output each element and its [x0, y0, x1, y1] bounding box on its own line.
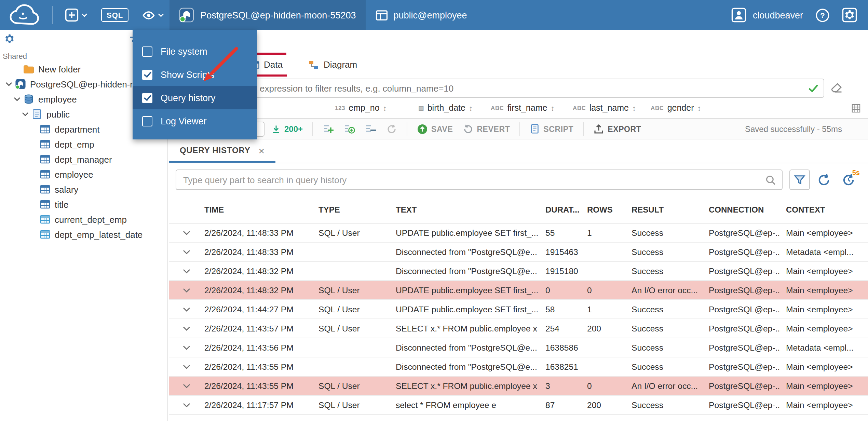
- row-expander-icon[interactable]: [169, 287, 199, 293]
- query-history-row[interactable]: 2/26/2024, 11:43:57 PM SQL / User SELECT…: [169, 319, 868, 338]
- new-connection-button[interactable]: [59, 0, 93, 30]
- query-history-row[interactable]: 2/26/2024, 11:48:33 PM SQL / User UPDATE…: [169, 223, 868, 243]
- query-history-row[interactable]: 2/26/2024, 11:43:55 PM Disconnected from…: [169, 357, 868, 377]
- script-button[interactable]: SCRIPT: [527, 124, 576, 134]
- check-box-icon[interactable]: [142, 69, 152, 80]
- query-history-row[interactable]: 2/26/2024, 11:43:55 PM SQL / User SELECT…: [169, 377, 868, 396]
- active-connection-button[interactable]: PostgreSQL@ep-hidden-moon-55203: [169, 0, 365, 30]
- row-expander-icon[interactable]: [169, 402, 199, 408]
- view-menu-item[interactable]: File system: [133, 40, 257, 63]
- tab-query-history[interactable]: QUERY HISTORY ×: [169, 139, 276, 163]
- grid-column-header[interactable]: 123 emp_no ↕: [335, 103, 387, 113]
- tree-expander-icon[interactable]: [29, 230, 38, 239]
- delete-row-button[interactable]: [362, 123, 379, 135]
- fetch-more-button[interactable]: 200+: [269, 124, 306, 134]
- query-history-row[interactable]: 2/26/2024, 11:48:32 PM SQL / User UPDATE…: [169, 281, 868, 300]
- grid-column-header[interactable]: ABC last_name ↕: [573, 103, 636, 113]
- history-column-header[interactable]: CONTEXT: [781, 205, 868, 214]
- tree-expander-icon[interactable]: [12, 94, 22, 104]
- sort-icon[interactable]: ↕: [469, 104, 473, 112]
- query-history-search-input[interactable]: [176, 169, 783, 190]
- row-expander-icon[interactable]: [169, 268, 199, 274]
- view-menu-item[interactable]: Show Scripts: [133, 63, 257, 86]
- schema-name: public@employee: [393, 10, 467, 20]
- tree-expander-icon[interactable]: [29, 185, 38, 194]
- query-history-row[interactable]: 2/26/2024, 11:43:56 PM Disconnected from…: [169, 338, 868, 357]
- query-history-rows: 2/26/2024, 11:48:33 PM SQL / User UPDATE…: [169, 223, 868, 421]
- save-button[interactable]: SAVE: [414, 123, 456, 134]
- sql-editor-button[interactable]: SQL: [101, 8, 128, 22]
- schema-selector-button[interactable]: public@employee: [365, 0, 476, 30]
- query-history-row[interactable]: 2/26/2024, 11:48:33 PM Disconnected from…: [169, 243, 868, 262]
- help-button[interactable]: ?: [815, 8, 830, 22]
- export-button[interactable]: EXPORT: [591, 123, 644, 134]
- tree-expander-icon[interactable]: [29, 215, 38, 224]
- tree-expander-icon[interactable]: [4, 79, 14, 89]
- sort-icon[interactable]: ↕: [383, 104, 387, 112]
- clear-filter-icon[interactable]: [830, 81, 843, 95]
- tree-item[interactable]: dept_emp_latest_date: [0, 227, 167, 242]
- check-box-icon[interactable]: [142, 93, 152, 103]
- check-box-icon[interactable]: [142, 116, 152, 126]
- tree-item[interactable]: employee: [0, 167, 167, 182]
- revert-label: REVERT: [477, 125, 510, 133]
- row-expander-icon[interactable]: [169, 307, 199, 312]
- tree-expander-icon[interactable]: [12, 64, 22, 74]
- result-filter-input[interactable]: [173, 79, 824, 98]
- tab-diagram[interactable]: Diagram: [304, 55, 362, 77]
- tree-item[interactable]: title: [0, 197, 167, 212]
- save-status-text: Saved successfully - 55ms: [745, 124, 842, 134]
- sort-icon[interactable]: ↕: [632, 104, 636, 112]
- duplicate-row-button[interactable]: [341, 123, 358, 135]
- view-menu-item[interactable]: Log Viewer: [133, 109, 257, 133]
- query-history-row[interactable]: 2/26/2024, 11:17:57 PM SQL / User select…: [169, 396, 868, 415]
- cell-rows: 1: [582, 228, 626, 237]
- history-filter-button[interactable]: [789, 169, 810, 190]
- history-column-header[interactable]: RESULT: [626, 205, 703, 214]
- history-column-header[interactable]: TEXT: [390, 205, 540, 214]
- add-row-button[interactable]: [320, 123, 337, 135]
- history-column-header[interactable]: DURAT...: [540, 205, 582, 214]
- grid-column-header[interactable]: ABC first_name ↕: [491, 103, 554, 113]
- grid-column-header[interactable]: ▤ birth_date ↕: [418, 103, 473, 113]
- grid-settings-icon[interactable]: [852, 104, 860, 113]
- tree-item[interactable]: dept_manager: [0, 152, 167, 167]
- row-expander-icon[interactable]: [169, 249, 199, 255]
- tree-expander-icon[interactable]: [29, 139, 38, 149]
- apply-filter-icon[interactable]: [807, 82, 819, 94]
- row-expander-icon[interactable]: [169, 383, 199, 389]
- history-column-header[interactable]: TYPE: [313, 205, 390, 214]
- sort-icon[interactable]: ↕: [697, 104, 701, 112]
- tree-expander-icon[interactable]: [29, 124, 38, 134]
- row-expander-icon[interactable]: [169, 364, 199, 369]
- navigator-settings-icon[interactable]: [4, 33, 15, 44]
- history-column-header[interactable]: ROWS: [582, 205, 626, 214]
- history-column-header[interactable]: TIME: [199, 205, 313, 214]
- tree-expander-icon[interactable]: [29, 200, 38, 209]
- check-box-icon[interactable]: [142, 46, 152, 56]
- row-expander-icon[interactable]: [169, 326, 199, 331]
- query-history-row[interactable]: 2/26/2024, 11:48:32 PM Disconnected from…: [169, 262, 868, 281]
- user-menu-button[interactable]: cloudbeaver: [732, 8, 803, 23]
- query-history-row[interactable]: 2/26/2024, 11:44:27 PM SQL / User UPDATE…: [169, 300, 868, 319]
- grid-column-header[interactable]: ABC gender ↕: [651, 103, 701, 113]
- revert-button[interactable]: REVERT: [460, 123, 513, 134]
- tree-item[interactable]: current_dept_emp: [0, 212, 167, 227]
- tree-expander-icon[interactable]: [29, 154, 38, 164]
- row-expander-icon[interactable]: [169, 345, 199, 350]
- cell-text: SELECT x.* FROM public.employee x: [390, 324, 540, 333]
- close-icon[interactable]: ×: [258, 145, 265, 156]
- history-refresh-button[interactable]: [817, 173, 831, 187]
- tree-expander-icon[interactable]: [21, 109, 30, 119]
- tree-expander-icon[interactable]: [29, 169, 38, 179]
- cell-result: Success: [626, 247, 703, 257]
- auto-refresh-button[interactable]: [383, 123, 400, 134]
- view-menu-item[interactable]: Query history: [133, 86, 257, 109]
- history-column-header[interactable]: CONNECTION: [703, 205, 781, 214]
- tree-item[interactable]: salary: [0, 182, 167, 197]
- history-auto-refresh-button[interactable]: 5s: [838, 169, 858, 190]
- row-expander-icon[interactable]: [169, 230, 199, 235]
- settings-button[interactable]: [842, 8, 857, 23]
- view-menu-button[interactable]: [137, 0, 169, 30]
- sort-icon[interactable]: ↕: [551, 104, 554, 112]
